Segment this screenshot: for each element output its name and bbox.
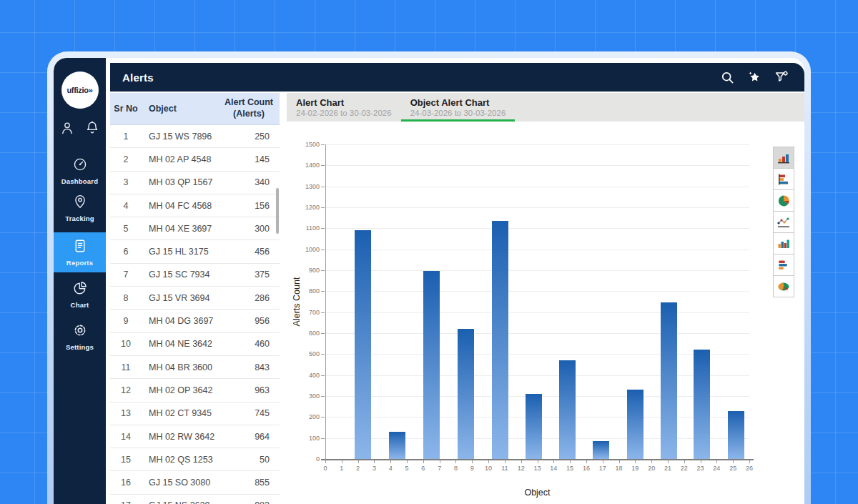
- cell-sr-no: 7: [110, 270, 142, 280]
- table-row: 8GJ 15 VR 3694286: [110, 287, 280, 310]
- gear-icon: [72, 322, 88, 341]
- x-tick-label: 2: [350, 465, 366, 472]
- sidebar-item-label: Reports: [66, 259, 93, 267]
- column-header-object: Object: [142, 104, 222, 114]
- tab-title: Alert Chart: [296, 97, 392, 108]
- uffizio-logo: uffizio»: [61, 71, 99, 109]
- table-row: 9MH 04 DG 3697956: [110, 310, 280, 332]
- cell-sr-no: 4: [110, 201, 142, 211]
- horizontal-bar-chart-icon[interactable]: [773, 168, 794, 190]
- x-tick-mark: [325, 460, 326, 463]
- x-tick-label: 5: [399, 465, 415, 472]
- search-icon[interactable]: [721, 71, 734, 84]
- x-tick-mark: [455, 460, 456, 463]
- column-chart-icon[interactable]: [773, 147, 794, 169]
- table-row: 10MH 04 NE 3642460: [110, 333, 280, 356]
- x-tick-label: 15: [562, 465, 578, 472]
- x-tick-label: 21: [660, 465, 676, 472]
- cell-object: MH 04 DG 3697: [142, 316, 228, 326]
- tab-object-alert-chart[interactable]: Object Alert Chart 24-03-2026 to 30-03-2…: [401, 93, 516, 122]
- pie-3d-chart-icon[interactable]: [773, 275, 794, 297]
- line-chart-icon[interactable]: [773, 211, 794, 233]
- x-tick-mark: [733, 460, 734, 463]
- y-tick-label: 0: [291, 455, 320, 463]
- cell-sr-no: 9: [110, 316, 142, 326]
- cell-object: GJ 15 SO 3080: [142, 478, 228, 488]
- y-tick-label: 1100: [291, 224, 320, 232]
- sidebar-item-tracking[interactable]: Tracking: [54, 194, 106, 222]
- sidebar-item-label: Chart: [71, 301, 89, 309]
- cell-object: MH 02 QS 1253: [142, 455, 228, 465]
- user-icon[interactable]: [59, 120, 75, 139]
- table-row: 2MH 02 AP 4548145: [110, 148, 280, 171]
- colored-column-chart-icon[interactable]: [773, 232, 794, 255]
- table-row: 5MH 04 XE 3697300: [110, 217, 280, 240]
- sidebar-item-settings[interactable]: Settings: [54, 322, 106, 351]
- chart-gridline: [325, 144, 749, 145]
- cell-alert-count: 286: [228, 293, 280, 303]
- pie-chart-icon[interactable]: [773, 189, 794, 212]
- y-tick-mark: [321, 165, 325, 166]
- column-header-srno: Sr No: [110, 104, 142, 114]
- cell-sr-no: 10: [110, 339, 142, 349]
- cell-sr-no: 2: [110, 154, 142, 164]
- cell-alert-count: 460: [228, 339, 280, 349]
- cell-alert-count: 250: [228, 132, 280, 142]
- y-tick-mark: [321, 333, 325, 334]
- table-header-row: Sr No Object Alert Count(Alerts): [110, 93, 280, 125]
- y-tick-label: 300: [291, 392, 320, 400]
- x-tick-label: 19: [627, 465, 643, 472]
- cell-object: GJ 15 WS 7896: [142, 132, 228, 142]
- filter-icon[interactable]: [774, 70, 789, 84]
- table-row: 12MH 02 OP 3642963: [110, 379, 280, 402]
- x-tick-label: 11: [497, 465, 513, 472]
- x-tick-mark: [521, 460, 522, 463]
- star-icon[interactable]: [747, 70, 761, 84]
- sidebar-item-chart[interactable]: Chart: [54, 280, 106, 309]
- table-row: 3MH 03 QP 1567340: [110, 172, 280, 194]
- x-tick-mark: [586, 460, 587, 463]
- page-header: Alerts: [110, 63, 804, 92]
- sidebar-item-reports[interactable]: Reports: [54, 232, 106, 272]
- cell-object: GJ 15 HL 3175: [142, 247, 228, 257]
- bell-icon[interactable]: [84, 120, 100, 139]
- cell-object: MH 03 QP 1567: [142, 177, 228, 187]
- content-area: Sr No Object Alert Count(Alerts) 1GJ 15 …: [110, 93, 804, 504]
- y-tick-mark: [321, 291, 325, 292]
- table-row: 16GJ 15 SO 3080855: [110, 471, 280, 494]
- x-tick-mark: [701, 460, 701, 463]
- table-scrollbar[interactable]: [276, 188, 279, 234]
- sidebar-item-label: Tracking: [65, 214, 94, 222]
- desktop-background: uffizio»: [0, 0, 858, 504]
- table-row: 13MH 02 CT 9345745: [110, 402, 280, 425]
- y-tick-label: 1500: [291, 141, 320, 148]
- cell-sr-no: 14: [110, 432, 142, 442]
- cell-alert-count: 456: [228, 247, 280, 257]
- chart-bar: [355, 230, 371, 459]
- y-tick-label: 400: [291, 372, 320, 379]
- x-tick-label: 20: [644, 465, 659, 472]
- logo-text: uffizio»: [66, 86, 92, 94]
- table-row: 6GJ 15 HL 3175456: [110, 240, 280, 263]
- x-tick-mark: [472, 460, 473, 463]
- chart-panel: Alert Chart 24-02-2026 to 30-03-2026 Obj…: [287, 93, 804, 504]
- chart-gridline: [325, 165, 749, 166]
- chart-gridline: [325, 249, 749, 250]
- cell-object: MH 02 RW 3642: [142, 432, 228, 442]
- x-axis-label: Object: [466, 488, 609, 498]
- y-tick-label: 700: [291, 309, 320, 316]
- speedometer-icon: [72, 157, 88, 175]
- chart-gridline: [325, 333, 749, 334]
- stacked-bar-chart-icon[interactable]: [773, 254, 794, 276]
- x-tick-label: 26: [741, 465, 757, 472]
- tab-alert-chart[interactable]: Alert Chart 24-02-2026 to 30-03-2026: [287, 93, 401, 122]
- x-tick-label: 1: [334, 465, 350, 472]
- x-tick-mark: [505, 460, 506, 463]
- x-tick-mark: [553, 460, 554, 463]
- table-row: 11MH 04 BR 3600843: [110, 356, 280, 379]
- sidebar-item-dashboard[interactable]: Dashboard: [54, 157, 106, 185]
- chart-bar: [627, 390, 644, 459]
- table-row: 14MH 02 RW 3642964: [110, 425, 280, 448]
- cell-alert-count: 843: [228, 362, 280, 372]
- y-tick-mark: [321, 312, 325, 313]
